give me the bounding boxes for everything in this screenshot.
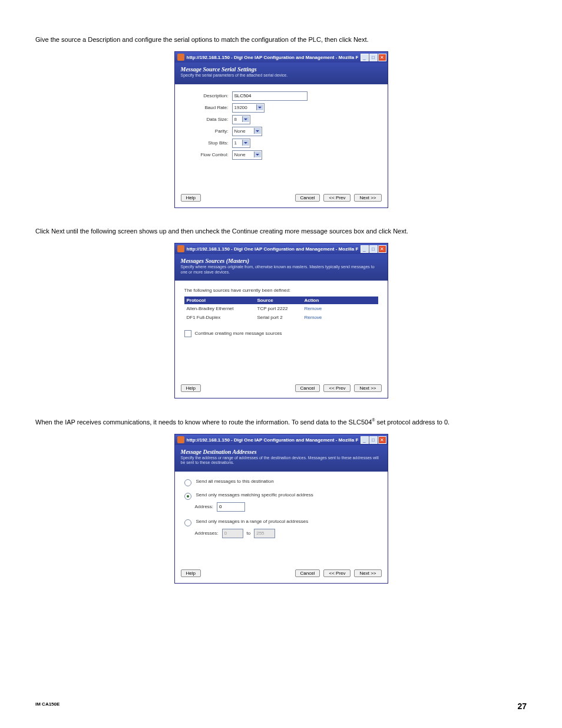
- dialog-message-sources: http://192.168.1.150 - Digi One IAP Conf…: [174, 243, 388, 398]
- radio-send-all-label: Send all messages to this destination: [196, 479, 274, 484]
- help-button[interactable]: Help: [181, 569, 201, 577]
- parity-select[interactable]: None: [232, 127, 262, 136]
- dialog-title: Message Source Serial Settings: [181, 66, 382, 73]
- window-title: http://192.168.1.150 - Digi One IAP Conf…: [187, 55, 358, 60]
- firefox-icon: [177, 245, 184, 252]
- dialog-subtitle: Specify where messages originate from, o…: [181, 265, 382, 275]
- maximize-button[interactable]: □: [369, 436, 378, 444]
- maximize-button[interactable]: □: [369, 54, 378, 61]
- help-button[interactable]: Help: [181, 384, 201, 392]
- label-baud: Baud Rate:: [184, 105, 232, 110]
- prev-button[interactable]: << Prev: [323, 194, 351, 202]
- help-button[interactable]: Help: [181, 194, 201, 202]
- dialog-destination-addresses: http://192.168.1.150 - Digi One IAP Conf…: [174, 434, 388, 584]
- label-flow: Flow Control:: [184, 152, 232, 157]
- close-button[interactable]: ✕: [378, 245, 386, 253]
- datasize-select[interactable]: 8: [232, 115, 250, 124]
- cancel-button[interactable]: Cancel: [295, 384, 320, 392]
- minimize-button[interactable]: _: [361, 436, 369, 444]
- stopbits-select[interactable]: 1: [232, 139, 250, 148]
- baud-select[interactable]: 19200: [232, 103, 265, 113]
- address-to-input: [254, 529, 275, 538]
- address-label: Address:: [195, 504, 214, 509]
- window-title: http://192.168.1.150 - Digi One IAP Conf…: [187, 437, 358, 443]
- minimize-button[interactable]: _: [361, 54, 369, 61]
- remove-link[interactable]: Remove: [305, 306, 334, 311]
- radio-range[interactable]: [184, 519, 191, 526]
- to-label: to: [247, 531, 251, 536]
- cancel-button[interactable]: Cancel: [295, 569, 320, 577]
- cell-protocol: Allen-Bradley Ethernet: [187, 306, 257, 311]
- description-input[interactable]: [232, 91, 308, 101]
- cell-source: TCP port 2222: [257, 306, 305, 311]
- label-stopbits: Stop Bits:: [184, 140, 232, 146]
- radio-range-label: Send only messages in a range of protoco…: [196, 519, 309, 524]
- paragraph-3: When the IAP receives communications, it…: [35, 417, 527, 427]
- dialog-subtitle: Specify the serial parameters of the att…: [181, 73, 382, 78]
- radio-send-all[interactable]: [184, 479, 191, 486]
- remove-link[interactable]: Remove: [305, 315, 334, 320]
- continue-label: Continue creating more message sources: [195, 331, 282, 336]
- addresses-label: Addresses:: [195, 531, 219, 536]
- header-action: Action: [305, 298, 334, 303]
- address-input[interactable]: [217, 502, 245, 512]
- paragraph-1: Give the source a Description and config…: [35, 35, 527, 44]
- radio-specific-label: Send only messages matching specific pro…: [196, 492, 313, 498]
- next-button[interactable]: Next >>: [354, 194, 381, 202]
- titlebar: http://192.168.1.150 - Digi One IAP Conf…: [175, 243, 388, 254]
- maximize-button[interactable]: □: [369, 245, 378, 253]
- table-header: Protocol Source Action: [184, 297, 378, 304]
- dialog-title: Message Destination Addresses: [181, 449, 382, 455]
- close-button[interactable]: ✕: [378, 54, 386, 61]
- radio-specific-address[interactable]: [184, 493, 191, 500]
- prev-button[interactable]: << Prev: [323, 569, 351, 577]
- minimize-button[interactable]: _: [361, 245, 369, 253]
- label-parity: Parity:: [184, 129, 232, 134]
- titlebar: http://192.168.1.150 - Digi One IAP Conf…: [175, 52, 388, 62]
- flow-select[interactable]: None: [232, 150, 262, 160]
- address-from-input: [222, 529, 243, 538]
- continue-checkbox[interactable]: [184, 330, 191, 337]
- cell-source: Serial port 2: [257, 315, 305, 320]
- dialog-title: Messages Sources (Masters): [181, 258, 382, 264]
- next-button[interactable]: Next >>: [354, 569, 381, 577]
- doc-id: IM CA150E: [35, 701, 59, 711]
- cell-protocol: DF1 Full-Duplex: [187, 315, 257, 320]
- paragraph-2: Click Next until the following screen sh…: [35, 227, 527, 236]
- firefox-icon: [177, 436, 184, 443]
- titlebar: http://192.168.1.150 - Digi One IAP Conf…: [175, 434, 388, 445]
- prev-button[interactable]: << Prev: [323, 384, 351, 392]
- close-button[interactable]: ✕: [378, 436, 386, 444]
- next-button[interactable]: Next >>: [354, 384, 381, 392]
- label-datasize: Data Size:: [184, 117, 232, 122]
- page-number: 27: [517, 701, 527, 711]
- dialog-subtitle: Specify the address or range of addresse…: [181, 456, 382, 466]
- dialog-serial-settings: http://192.168.1.150 - Digi One IAP Conf…: [174, 51, 388, 207]
- label-description: Description:: [184, 93, 232, 98]
- header-source: Source: [257, 298, 305, 303]
- window-title: http://192.168.1.150 - Digi One IAP Conf…: [187, 246, 358, 252]
- cancel-button[interactable]: Cancel: [295, 194, 320, 202]
- table-row: Allen-Bradley Ethernet TCP port 2222 Rem…: [184, 304, 378, 313]
- intro-text: The following sources have currently bee…: [184, 288, 378, 293]
- firefox-icon: [177, 54, 184, 61]
- table-row: DF1 Full-Duplex Serial port 2 Remove: [184, 313, 378, 322]
- header-protocol: Protocol: [187, 298, 257, 303]
